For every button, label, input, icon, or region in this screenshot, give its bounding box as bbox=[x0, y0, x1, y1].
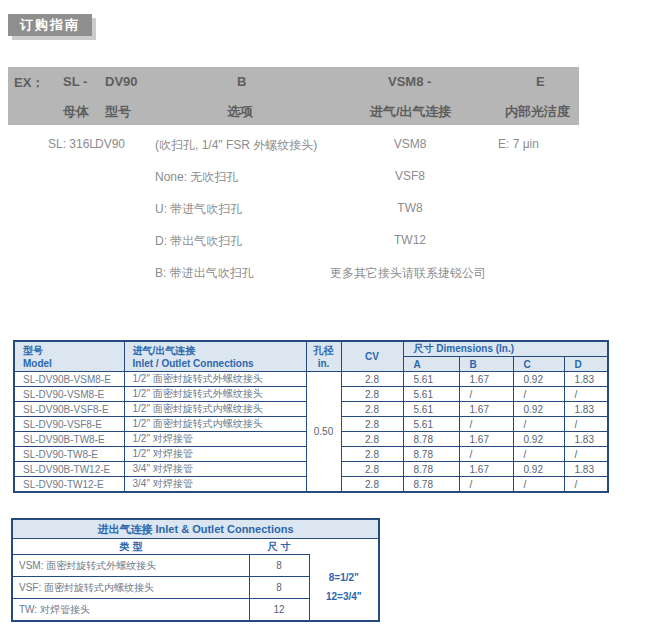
label-connection: 进气/出气连接 bbox=[370, 103, 452, 121]
connection-cell: 1/2" 面密封旋转式内螺纹接头 bbox=[124, 417, 306, 432]
option-base-value: SL: 316L bbox=[48, 137, 96, 151]
contact-note: 更多其它接头请联系捷锐公司 bbox=[330, 265, 486, 282]
spec-row: SL-DV90B-VSM8-E 1/2" 面密封旋转式外螺纹接头 0.50 2.… bbox=[14, 372, 608, 387]
col-header-dimensions: 尺寸 Dimensions (In.) bbox=[403, 341, 608, 357]
dim-c-cell: / bbox=[513, 447, 564, 462]
dim-b-cell: / bbox=[459, 477, 513, 493]
connections-row: VSM: 面密封旋转式外螺纹接头 8 8=1/2" 12=3/4" bbox=[12, 555, 379, 577]
dim-b-cell: 1.67 bbox=[459, 372, 513, 387]
connection-cell: 3/4" 对焊接管 bbox=[124, 462, 306, 477]
dim-d-cell: 1.83 bbox=[564, 372, 608, 387]
model-cell: SL-DV90B-TW8-E bbox=[14, 432, 124, 447]
dim-a-cell: 8.78 bbox=[403, 477, 459, 493]
col-header-cv: CV bbox=[341, 341, 403, 372]
dim-b-cell: / bbox=[459, 447, 513, 462]
col-header-a: A bbox=[403, 357, 459, 372]
model-cell: SL-DV90-VSF8-E bbox=[14, 417, 124, 432]
dim-b-cell: / bbox=[459, 387, 513, 402]
option-item-4: B: 带进出气吹扫孔 bbox=[155, 265, 254, 282]
orifice-cell: 0.50 bbox=[306, 372, 341, 493]
connection-option-2: TW8 bbox=[380, 201, 440, 215]
cv-cell: 2.8 bbox=[341, 387, 403, 402]
dim-b-cell: 1.67 bbox=[459, 462, 513, 477]
cv-cell: 2.8 bbox=[341, 432, 403, 447]
connections-subheader-row: 类 型 尺 寸 bbox=[12, 539, 379, 555]
type-cell: VSF: 面密封旋转式内螺纹接头 bbox=[12, 577, 249, 599]
connection-option-0: VSM8 bbox=[380, 137, 440, 151]
connection-cell: 1/2" 对焊接管 bbox=[124, 447, 306, 462]
dim-c-cell: 0.92 bbox=[513, 432, 564, 447]
dim-c-cell: / bbox=[513, 477, 564, 493]
model-cell: SL-DV90B-TW12-E bbox=[14, 462, 124, 477]
dim-c-cell: 0.92 bbox=[513, 462, 564, 477]
code-connection: VSM8 - bbox=[388, 74, 431, 89]
col-header-connection: 进气/出气连接 Inlet / Outlet Connections bbox=[124, 341, 306, 372]
dim-b-cell: / bbox=[459, 417, 513, 432]
connection-cell: 1/2" 面密封旋转式外螺纹接头 bbox=[124, 387, 306, 402]
size-cell: 12 bbox=[249, 599, 309, 622]
col-header-c: C bbox=[513, 357, 564, 372]
dim-c-cell: 0.92 bbox=[513, 372, 564, 387]
connections-table: 进出气连接 Inlet & Outlet Connections 类 型 尺 寸… bbox=[11, 518, 380, 622]
col-header-size: 尺 寸 bbox=[249, 539, 309, 555]
model-cell: SL-DV90-TW8-E bbox=[14, 447, 124, 462]
dim-a-cell: 5.61 bbox=[403, 387, 459, 402]
label-base: 母体 bbox=[63, 103, 89, 121]
option-item-2: U: 带进气吹扫孔 bbox=[155, 201, 242, 218]
dim-a-cell: 5.61 bbox=[403, 372, 459, 387]
code-finish: E bbox=[536, 74, 545, 89]
dim-d-cell: / bbox=[564, 417, 608, 432]
finish-option: E: 7 μin bbox=[498, 137, 539, 151]
cv-cell: 2.8 bbox=[341, 462, 403, 477]
model-cell: SL-DV90B-VSF8-E bbox=[14, 402, 124, 417]
code-base: SL - bbox=[63, 74, 87, 89]
size-cell: 8 bbox=[249, 555, 309, 577]
cv-cell: 2.8 bbox=[341, 447, 403, 462]
connections-table-title: 进出气连接 Inlet & Outlet Connections bbox=[12, 519, 379, 539]
cv-cell: 2.8 bbox=[341, 372, 403, 387]
code-model: DV90 bbox=[105, 74, 138, 89]
dim-d-cell: 1.83 bbox=[564, 432, 608, 447]
cv-cell: 2.8 bbox=[341, 477, 403, 493]
spec-table: 型号 Model 进气/出气连接 Inlet / Outlet Connecti… bbox=[13, 340, 609, 493]
dim-a-cell: 8.78 bbox=[403, 432, 459, 447]
dim-a-cell: 8.78 bbox=[403, 447, 459, 462]
option-item-1: None: 无吹扫孔 bbox=[155, 169, 238, 186]
ordering-guide-badge: 订购指南 bbox=[8, 14, 92, 36]
dim-a-cell: 5.61 bbox=[403, 417, 459, 432]
ordering-code-header: EX： SL - DV90 B VSM8 - E 母体 型号 选项 进气/出气连… bbox=[8, 67, 579, 125]
dim-d-cell: / bbox=[564, 387, 608, 402]
code-ex-label: EX： bbox=[14, 74, 44, 92]
col-header-b: B bbox=[459, 357, 513, 372]
catalog-page: 订购指南 EX： SL - DV90 B VSM8 - E 母体 型号 选项 进… bbox=[0, 0, 663, 625]
connection-option-3: TW12 bbox=[380, 233, 440, 247]
dim-c-cell: / bbox=[513, 387, 564, 402]
dim-a-cell: 8.78 bbox=[403, 462, 459, 477]
connection-option-1: VSF8 bbox=[380, 169, 440, 183]
dim-b-cell: 1.67 bbox=[459, 432, 513, 447]
connection-cell: 1/2" 面密封旋转式外螺纹接头 bbox=[124, 372, 306, 387]
col-header-model: 型号 Model bbox=[14, 341, 124, 372]
dim-d-cell: 1.83 bbox=[564, 462, 608, 477]
size-legend-line2: 12=3/4" bbox=[310, 587, 379, 606]
dim-d-cell: 1.83 bbox=[564, 402, 608, 417]
option-model-value: DV90 bbox=[95, 137, 125, 151]
spec-header-row-1: 型号 Model 进气/出气连接 Inlet / Outlet Connecti… bbox=[14, 341, 608, 357]
label-option: 选项 bbox=[227, 103, 253, 121]
size-legend: 8=1/2" 12=3/4" bbox=[309, 555, 379, 622]
model-cell: SL-DV90-VSM8-E bbox=[14, 387, 124, 402]
code-option: B bbox=[237, 74, 246, 89]
option-item-3: D: 带出气吹扫孔 bbox=[155, 233, 242, 250]
cv-cell: 2.8 bbox=[341, 402, 403, 417]
dim-a-cell: 5.61 bbox=[403, 402, 459, 417]
model-cell: SL-DV90B-VSM8-E bbox=[14, 372, 124, 387]
cv-cell: 2.8 bbox=[341, 417, 403, 432]
connection-cell: 1/2" 面密封旋转式内螺纹接头 bbox=[124, 402, 306, 417]
subheader-spacer bbox=[309, 539, 379, 555]
type-cell: VSM: 面密封旋转式外螺纹接头 bbox=[12, 555, 249, 577]
label-model: 型号 bbox=[105, 103, 131, 121]
dim-d-cell: / bbox=[564, 447, 608, 462]
type-cell: TW: 对焊管接头 bbox=[12, 599, 249, 622]
label-finish: 内部光洁度 bbox=[505, 103, 570, 121]
dim-c-cell: 0.92 bbox=[513, 402, 564, 417]
